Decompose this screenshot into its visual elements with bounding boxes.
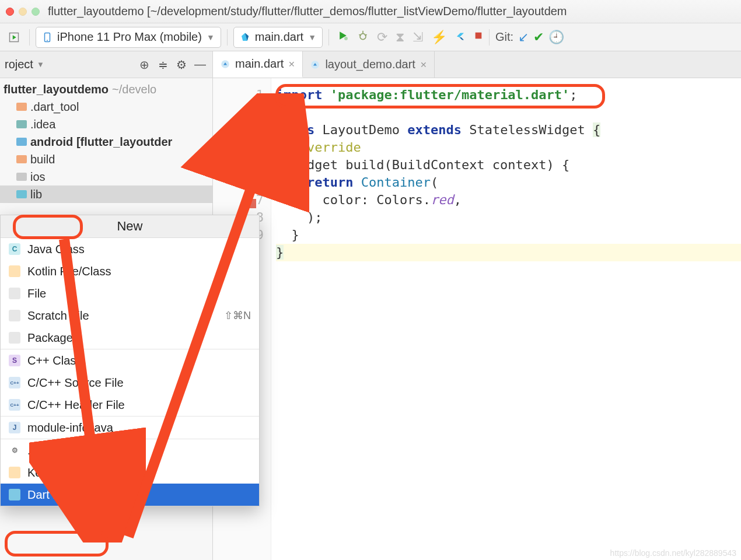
chevron-down-icon: ▼ xyxy=(207,33,215,42)
tab-layout-demo-dart[interactable]: layout_demo.dart ✕ xyxy=(303,51,435,78)
menu-item-icon: S xyxy=(9,355,20,366)
code-text: } xyxy=(276,226,741,244)
code-text: return xyxy=(307,175,353,190)
close-window-icon[interactable] xyxy=(6,8,14,16)
svg-rect-15 xyxy=(246,199,256,208)
separator xyxy=(328,29,329,46)
tab-label: layout_demo.dart xyxy=(325,58,415,71)
error-gutter-icon[interactable] xyxy=(246,199,256,208)
tree-item-label: .dart_tool xyxy=(30,100,79,114)
device-selector[interactable]: iPhone 11 Pro Max (mobile) ▼ xyxy=(36,27,221,48)
menu-item-c-class[interactable]: SC++ Class xyxy=(1,349,259,372)
code-text xyxy=(353,175,361,190)
line-number: 2 xyxy=(213,104,264,121)
chevron-down-icon: ▼ xyxy=(308,33,316,42)
close-tab-icon[interactable]: ✕ xyxy=(288,60,295,69)
tree-item--dart-tool[interactable]: .dart_tool xyxy=(0,98,212,116)
folder-icon xyxy=(16,120,27,128)
code-text: Container xyxy=(361,175,431,190)
settings-gear-icon[interactable]: ⚙ xyxy=(174,58,189,72)
tree-item--idea[interactable]: .idea xyxy=(0,116,212,133)
code-text xyxy=(276,175,307,190)
code-text: , xyxy=(454,192,462,207)
project-root-name: flutter_layoutdemo xyxy=(4,83,109,96)
tree-item-label: ios xyxy=(30,170,46,184)
new-context-menu: New CJava ClassKotlin File/ClassFileScra… xyxy=(0,215,260,506)
code-text: ( xyxy=(431,175,438,190)
project-root[interactable]: flutter_layoutdemo ~/develo xyxy=(0,80,212,98)
menu-item--editorconfig-file[interactable]: ⚙.editorconfig file xyxy=(1,439,259,461)
menu-item-icon xyxy=(9,332,20,344)
menu-item-file[interactable]: File xyxy=(1,282,259,304)
line-number: 1 xyxy=(213,86,264,104)
menu-item-module-info-java[interactable]: Jmodule-info.java xyxy=(1,416,259,439)
menu-item-icon xyxy=(9,288,20,299)
git-update-icon[interactable]: ↙ xyxy=(518,30,529,45)
locate-icon[interactable]: ⊕ xyxy=(137,58,152,72)
project-tree[interactable]: flutter_layoutdemo ~/develo .dart_tool.i… xyxy=(0,78,212,203)
menu-item-label: C/C++ Source File xyxy=(27,376,124,390)
close-tab-icon[interactable]: ✕ xyxy=(420,60,427,69)
tree-item-lib[interactable]: lib xyxy=(0,186,212,203)
menu-item-kotlin-script[interactable]: Kotlin Script xyxy=(1,461,259,484)
menu-item-dart-file[interactable]: Dart File xyxy=(1,484,259,506)
menu-item-icon: C++ xyxy=(9,377,20,388)
menu-item-c-c-header-file[interactable]: C++C/C++ Header File xyxy=(1,394,259,416)
menu-item-package[interactable]: Package xyxy=(1,327,259,349)
git-commit-icon[interactable]: ✔ xyxy=(533,30,544,45)
line-number: 6 xyxy=(213,174,264,191)
tree-item-build[interactable]: build xyxy=(0,150,212,168)
override-gutter-icon[interactable]: ↑ xyxy=(218,160,228,170)
watermark: https://blog.csdn.net/kyl28288​9543 xyxy=(610,548,736,558)
svg-marker-1 xyxy=(13,35,16,40)
flutter-devtools-button[interactable] xyxy=(455,30,466,44)
stop-button[interactable] xyxy=(474,31,483,43)
hide-icon[interactable]: — xyxy=(193,58,208,71)
main-toolbar: iPhone 11 Pro Max (mobile) ▼ main.dart ▼… xyxy=(0,23,741,51)
run-controls: ⟳ ⧗ ⇲ ⚡ xyxy=(337,30,483,45)
code-content[interactable]: import 'package:flutter/material.dart'; … xyxy=(271,78,741,560)
menu-item-icon xyxy=(9,467,20,478)
tree-item-ios[interactable]: ios xyxy=(0,168,212,186)
menu-item-label: Dart File xyxy=(27,488,72,502)
folder-icon xyxy=(16,138,27,146)
svg-text:↑: ↑ xyxy=(221,163,224,169)
tab-main-dart[interactable]: main.dart ✕ xyxy=(213,51,303,78)
menu-item-scratch-file[interactable]: Scratch File⇧⌘N xyxy=(1,304,259,327)
folder-icon xyxy=(16,155,27,163)
profile-button[interactable]: ⧗ xyxy=(396,30,404,45)
annotation-redbox-dartfile xyxy=(5,531,109,556)
minimize-window-icon[interactable] xyxy=(19,8,27,16)
line-number: 7 xyxy=(213,191,264,209)
menu-item-icon: J xyxy=(9,422,20,433)
menu-item-kotlin-file-class[interactable]: Kotlin File/Class xyxy=(1,260,259,282)
coverage-button[interactable]: ⟳ xyxy=(377,30,387,45)
menu-item-label: .editorconfig file xyxy=(27,444,109,457)
debug-button[interactable] xyxy=(357,30,369,44)
project-tool-label[interactable]: roject xyxy=(5,58,33,71)
menu-item-label: C/C++ Header File xyxy=(27,398,125,412)
git-history-icon[interactable]: 🕘 xyxy=(548,30,564,45)
tree-item-android-flutter-layoutder[interactable]: android [flutter_layoutder xyxy=(0,133,212,150)
run-button[interactable] xyxy=(337,30,349,44)
collapse-icon[interactable]: ≑ xyxy=(155,58,170,72)
menu-item-label: Package xyxy=(27,331,73,345)
menu-item-java-class[interactable]: CJava Class xyxy=(1,238,259,260)
run-config-selector[interactable]: main.dart ▼ xyxy=(233,27,323,48)
menu-item-c-c-source-file[interactable]: C++C/C++ Source File xyxy=(1,372,259,394)
folder-icon xyxy=(16,103,27,111)
run-target-icon[interactable] xyxy=(5,28,23,47)
editor-tabs: main.dart ✕ layout_demo.dart ✕ xyxy=(213,51,741,78)
maximize-window-icon[interactable] xyxy=(32,8,40,16)
attach-button[interactable]: ⇲ xyxy=(413,30,423,45)
svg-rect-10 xyxy=(476,33,482,39)
tab-label: main.dart xyxy=(235,57,284,71)
hot-reload-button[interactable]: ⚡ xyxy=(431,30,447,45)
code-editor[interactable]: 1 2 3 4 ↑ 5 6 7 8 9 import 'package:flut… xyxy=(213,78,741,560)
line-number: ↑ 5 xyxy=(213,156,264,174)
code-text: Widget build(BuildContext context) { xyxy=(276,156,741,174)
project-root-path: ~/develo xyxy=(112,83,156,96)
code-text: ); xyxy=(276,209,741,226)
run-config-label: main.dart xyxy=(255,30,303,44)
chevron-down-icon[interactable]: ▼ xyxy=(37,60,44,69)
